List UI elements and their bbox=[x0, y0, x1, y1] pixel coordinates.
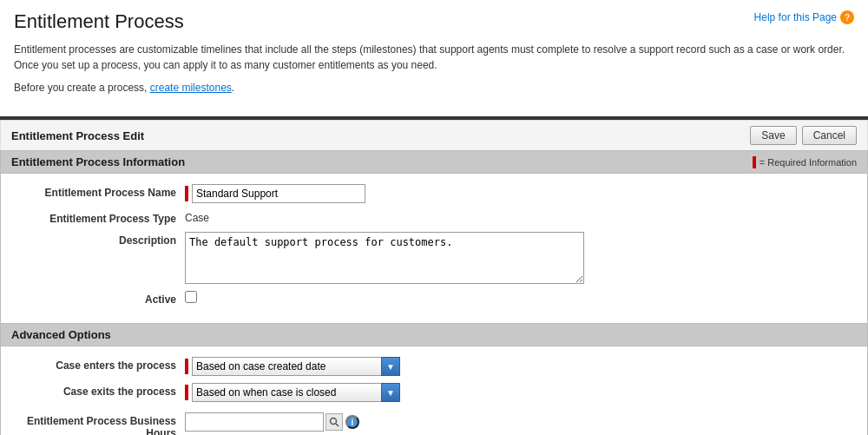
case-enters-select[interactable]: Based on case created date Based on case… bbox=[192, 357, 400, 376]
biz-hours-search-button[interactable] bbox=[326, 413, 343, 431]
milestone-link[interactable]: create milestones bbox=[150, 82, 232, 94]
description-row: Description The default support process … bbox=[1, 232, 867, 284]
svg-point-0 bbox=[331, 419, 337, 425]
search-icon bbox=[329, 417, 339, 427]
active-field-container bbox=[185, 291, 857, 303]
type-field-container: Case bbox=[185, 210, 857, 224]
edit-section-title: Entitlement Process Edit bbox=[11, 129, 144, 142]
name-label: Entitlement Process Name bbox=[11, 184, 185, 199]
enters-required-indicator bbox=[185, 359, 188, 374]
form-area: Entitlement Process Name Entitlement Pro… bbox=[0, 174, 868, 324]
description-textarea[interactable]: The default support process for customer… bbox=[185, 232, 584, 284]
page-header: Entitlement Process Help for this Page ?… bbox=[0, 0, 868, 109]
case-exits-select-wrapper: Based on when case is closed Based on mi… bbox=[192, 383, 400, 402]
help-link-text: Help for this Page bbox=[754, 11, 837, 23]
help-icon: ? bbox=[840, 10, 854, 24]
case-exits-field: Based on when case is closed Based on mi… bbox=[185, 383, 857, 402]
required-legend: = Required Information bbox=[753, 156, 857, 168]
exits-required-indicator bbox=[185, 385, 188, 400]
case-enters-label: Case enters the process bbox=[11, 357, 185, 372]
info-icon: i bbox=[352, 418, 354, 427]
svg-line-1 bbox=[336, 424, 339, 426]
case-exits-select[interactable]: Based on when case is closed Based on mi… bbox=[192, 383, 400, 402]
required-bar-icon bbox=[753, 156, 756, 168]
type-row: Entitlement Process Type Case bbox=[1, 210, 867, 225]
name-required-indicator bbox=[185, 186, 188, 201]
top-cancel-button[interactable]: Cancel bbox=[802, 126, 857, 145]
case-exits-label: Case exits the process bbox=[11, 383, 185, 398]
description-field-container: The default support process for customer… bbox=[185, 232, 857, 284]
case-exits-row: Case exits the process Based on when cas… bbox=[1, 383, 867, 402]
biz-hours-info-button[interactable]: i bbox=[345, 415, 359, 429]
biz-hours-row: Entitlement Process Business Hours i bbox=[1, 412, 867, 435]
info-section-header: Entitlement Process Information = Requir… bbox=[0, 150, 868, 174]
case-enters-field: Based on case created date Based on case… bbox=[185, 357, 857, 376]
top-button-group: Save Cancel bbox=[750, 126, 857, 145]
info-section-title: Entitlement Process Information bbox=[11, 155, 185, 168]
advanced-form-area: Case enters the process Based on case cr… bbox=[0, 346, 868, 435]
description-label: Description bbox=[11, 232, 185, 247]
type-label: Entitlement Process Type bbox=[11, 210, 185, 225]
type-value: Case bbox=[185, 210, 209, 224]
page-title: Entitlement Process bbox=[14, 10, 854, 33]
biz-hours-label: Entitlement Process Business Hours bbox=[11, 412, 185, 435]
help-link[interactable]: Help for this Page ? bbox=[754, 10, 854, 24]
case-enters-select-wrapper: Based on case created date Based on case… bbox=[192, 357, 400, 376]
active-row: Active bbox=[1, 291, 867, 306]
advanced-section-title: Advanced Options bbox=[11, 328, 111, 341]
advanced-section-header: Advanced Options bbox=[0, 324, 868, 346]
biz-hours-input[interactable] bbox=[185, 412, 324, 432]
name-input[interactable] bbox=[192, 184, 365, 203]
top-save-button[interactable]: Save bbox=[750, 126, 796, 145]
name-row: Entitlement Process Name bbox=[1, 184, 867, 203]
name-field-container bbox=[185, 184, 857, 203]
case-enters-row: Case enters the process Based on case cr… bbox=[1, 357, 867, 376]
page-description-line1: Entitlement processes are customizable t… bbox=[14, 42, 854, 73]
biz-hours-field: i bbox=[185, 412, 857, 432]
active-label: Active bbox=[11, 291, 185, 306]
active-checkbox[interactable] bbox=[185, 291, 197, 303]
page-description-line2: Before you create a process, create mile… bbox=[14, 80, 854, 96]
edit-section-header: Entitlement Process Edit Save Cancel bbox=[0, 120, 868, 150]
